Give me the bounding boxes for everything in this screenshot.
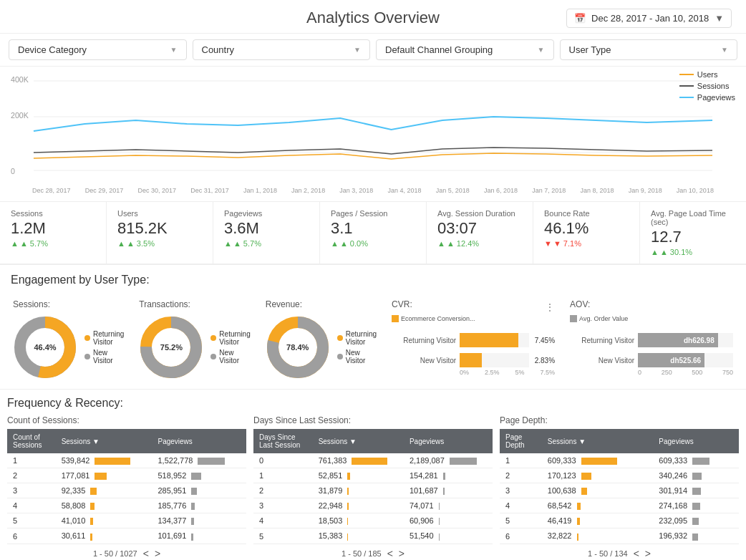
bounce-change: ▼ 7.1% [544, 239, 629, 248]
pageviews-cell: 74,071 [404, 498, 493, 513]
pageviews-label: Pageviews [224, 209, 309, 218]
date-picker[interactable]: 📅 Dec 28, 2017 - Jan 10, 2018 ▼ [566, 9, 732, 28]
col-pd-sessions-sort[interactable]: Sessions ▼ [542, 429, 654, 453]
aov-returning-row: Returning Visitor dh626.98 [570, 333, 733, 347]
depth-cell: 2 [500, 468, 542, 483]
col-sessions-sort[interactable]: Sessions ▼ [56, 429, 152, 453]
sessions-donut-title: Sessions: [13, 299, 124, 309]
days-prev[interactable]: < [387, 548, 393, 559]
page-depth-next[interactable]: > [645, 548, 651, 559]
col-days-sessions-sort[interactable]: Sessions ▼ [313, 429, 404, 453]
avg-session-metric: Avg. Session Duration 03:07 ▲ 12.4% [427, 202, 533, 264]
pageviews-cell: 274,168 [653, 498, 739, 513]
sessions-donut-panel: Sessions: 46.4% Returning Visitor [7, 294, 130, 385]
aov-legend-icon [570, 315, 577, 322]
col-pd-pageviews: Pageviews [653, 429, 739, 453]
table-row: 3 22,948 74,071 [253, 498, 493, 513]
col-pageviews: Pageviews [152, 429, 246, 453]
page-depth-subtitle: Page Depth: [500, 415, 739, 425]
revenue-donut-legend: Returning Visitor New Visitor [337, 330, 377, 365]
table-row: 5 15,383 51,540 [253, 528, 493, 544]
count-sessions-next[interactable]: > [155, 548, 160, 559]
avg-session-change: ▲ 12.4% [437, 239, 522, 248]
bounce-value: 46.1% [544, 219, 629, 238]
cvr-returning-bar [460, 333, 518, 347]
chart-legend: Users Sessions Pageviews [679, 70, 735, 102]
page-depth-prev[interactable]: < [634, 548, 639, 559]
cvr-legend-label: Ecommerce Conversion... [401, 315, 475, 322]
trans-new-label: New Visitor [219, 349, 250, 365]
aov-panel: AOV: Avg. Order Value Returning Visitor … [564, 294, 739, 385]
cvr-legend-icon [392, 315, 399, 322]
count-sessions-footer: 1 - 50 / 1027 < > [7, 544, 246, 560]
count-cell: 3 [7, 483, 56, 498]
page-depth-table-wrap: Page Depth: PageDepth Sessions ▼ Pagevie… [500, 415, 739, 560]
cvr-title: CVR: [392, 299, 412, 309]
legend-users-label: Users [697, 70, 718, 79]
sessions-value: 1.2M [11, 219, 95, 238]
days-cell: 1 [253, 468, 313, 483]
sessions-change: ▲ 5.7% [11, 239, 95, 248]
aov-chart: Returning Visitor dh626.98 New Visitor d… [570, 333, 733, 367]
pageviews-cell: 340,246 [653, 468, 739, 483]
sessions-new-label: New Visitor [93, 349, 124, 365]
x-label-4: Jan 1, 2018 [243, 187, 277, 194]
revenue-returning-legend: Returning Visitor [337, 330, 377, 346]
frequency-section: Frequency & Recency: Count of Sessions: … [0, 390, 746, 560]
device-category-filter[interactable]: Device Category ▼ [9, 39, 187, 60]
table-row: 4 18,503 60,906 [253, 513, 493, 528]
revenue-new-legend: New Visitor [337, 349, 377, 365]
pageviews-cell: 1,522,778 [152, 453, 246, 468]
transactions-returning-legend: Returning Visitor [210, 330, 250, 346]
transactions-donut-legend: Returning Visitor New Visitor [210, 330, 250, 365]
revenue-donut: 78.4% [266, 315, 330, 380]
usertype-filter[interactable]: User Type ▼ [560, 39, 738, 60]
count-sessions-subtitle: Count of Sessions: [7, 415, 246, 425]
sessions-donut: 46.4% [13, 315, 77, 380]
page-depth-header: PageDepth Sessions ▼ Pageviews [500, 429, 739, 453]
sessions-metric: Sessions 1.2M ▲ 5.7% [0, 202, 107, 264]
pageviews-cell: 51,540 [404, 528, 493, 544]
sessions-cell: 170,123 [542, 468, 654, 483]
pageviews-cell: 232,095 [653, 513, 739, 528]
frequency-tables: Count of Sessions: Count ofSessions Sess… [7, 415, 739, 560]
col-days: Days SinceLast Session [253, 429, 313, 453]
count-cell: 1 [7, 453, 56, 468]
page-load-change: ▲ 30.1% [651, 248, 735, 256]
aov-title: AOV: [570, 299, 590, 309]
days-range: 1 - 50 / 185 [341, 549, 382, 558]
days-cell: 2 [253, 483, 313, 498]
metrics-row: Sessions 1.2M ▲ 5.7% Users 815.2K ▲ 3.5%… [0, 202, 746, 265]
cvr-chart: Returning Visitor 7.45% New Visitor 2.83… [392, 333, 555, 367]
cvr-more-icon[interactable]: ⋮ [545, 301, 555, 313]
country-filter[interactable]: Country ▼ [193, 39, 371, 60]
revenue-donut-label: 78.4% [286, 343, 309, 352]
cvr-panel: CVR: ⋮ Ecommerce Conversion... Returning… [386, 294, 561, 385]
sessions-cell: 32,822 [542, 528, 654, 544]
cvr-new-row: New Visitor 2.83% [392, 353, 555, 367]
pageviews-value: 3.6M [224, 219, 309, 238]
col-page-depth: PageDepth [500, 429, 542, 453]
count-sessions-prev[interactable]: < [143, 548, 149, 559]
svg-text:200K: 200K [11, 112, 29, 120]
pages-per-session-metric: Pages / Session 3.1 ▲ 0.0% [320, 202, 427, 264]
cvr-returning-track [460, 333, 529, 347]
engagement-section: Engagement by User Type: Sessions: 46.4% [0, 265, 746, 390]
pageviews-cell: 60,906 [404, 513, 493, 528]
sessions-cell: 30,611 [56, 528, 152, 544]
pageviews-change: ▲ 5.7% [224, 239, 309, 248]
svg-text:0: 0 [11, 168, 15, 175]
transactions-donut-label: 75.2% [160, 343, 183, 352]
days-header: Days SinceLast Session Sessions ▼ Pagevi… [253, 429, 493, 453]
table-row: 1 52,851 154,281 [253, 468, 493, 483]
days-next[interactable]: > [399, 548, 405, 559]
x-label-5: Jan 2, 2018 [291, 187, 325, 194]
table-row: 5 46,419 232,095 [500, 513, 739, 528]
revenue-donut-container: 78.4% Returning Visitor New Visitor [266, 315, 377, 380]
line-chart: 400K 200K 0 [11, 74, 735, 188]
country-label: Country [202, 44, 235, 55]
channel-filter[interactable]: Default Channel Grouping ▼ [376, 39, 554, 60]
avg-session-value: 03:07 [437, 219, 522, 238]
x-label-7: Jan 4, 2018 [388, 187, 422, 194]
pageviews-cell: 154,281 [404, 468, 493, 483]
